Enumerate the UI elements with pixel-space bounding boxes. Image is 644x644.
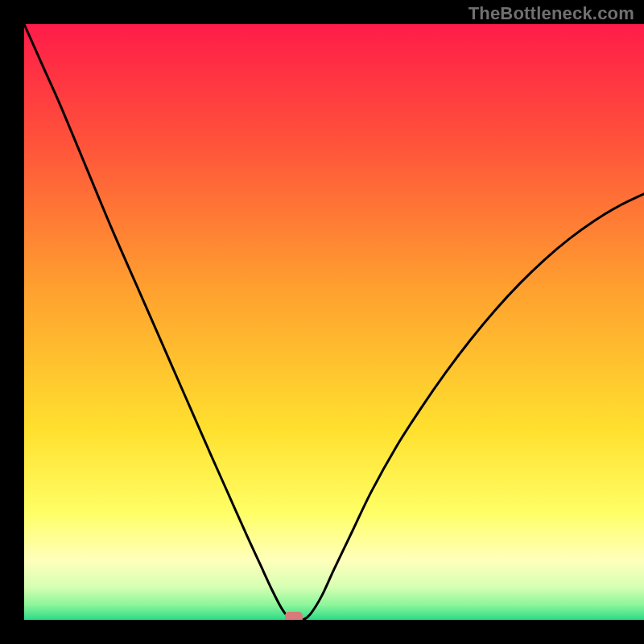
gradient-background [24, 24, 644, 620]
chart-frame: TheBottleneck.com [0, 0, 644, 644]
min-marker [285, 612, 303, 620]
watermark-text: TheBottleneck.com [469, 3, 634, 24]
plot-area [24, 24, 644, 620]
bottleneck-chart [24, 24, 644, 620]
